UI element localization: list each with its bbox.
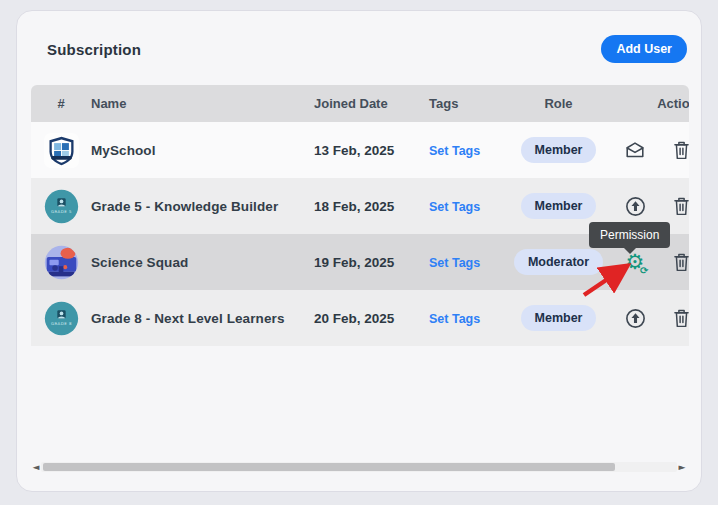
row-joined-date: 19 Feb, 2025	[303, 255, 422, 270]
set-tags-link[interactable]: Set Tags	[429, 144, 480, 158]
set-tags-link[interactable]: Set Tags	[429, 256, 480, 270]
table-row[interactable]: GRADE 8 Grade 8 - Next Level Learners 20…	[31, 290, 689, 346]
svg-text:GRADE 8: GRADE 8	[50, 321, 71, 326]
add-user-button[interactable]: Add User	[601, 35, 687, 63]
horizontal-scrollbar[interactable]: ◄ ►	[31, 460, 687, 473]
scrollbar-thumb[interactable]	[43, 463, 615, 471]
trash-icon[interactable]	[669, 250, 689, 274]
trash-icon[interactable]	[669, 194, 689, 218]
row-avatar	[43, 132, 80, 169]
row-joined-date: 20 Feb, 2025	[303, 311, 422, 326]
subscription-panel: Subscription Add User # Name Joined Date…	[16, 10, 702, 492]
row-name: MySchool	[91, 143, 303, 158]
role-badge: Member	[521, 137, 597, 163]
upload-circle-icon[interactable]	[623, 194, 647, 218]
row-avatar	[43, 244, 80, 281]
permission-tooltip: Permission	[589, 222, 670, 248]
scrollbar-track[interactable]	[41, 462, 677, 472]
upload-circle-icon[interactable]	[623, 306, 647, 330]
role-badge: Moderator	[514, 249, 603, 275]
subscription-table: # Name Joined Date Tags Role Actions MyS…	[31, 85, 689, 346]
set-tags-link[interactable]: Set Tags	[429, 200, 480, 214]
table-row[interactable]: MySchool 13 Feb, 2025 Set Tags Member	[31, 122, 689, 178]
role-badge: Member	[521, 305, 597, 331]
page-title: Subscription	[47, 41, 141, 58]
trash-icon[interactable]	[669, 306, 689, 330]
column-header-number: #	[31, 96, 91, 111]
row-name: Grade 8 - Next Level Learners	[91, 311, 303, 326]
row-avatar: GRADE 5	[43, 188, 80, 225]
set-tags-link[interactable]: Set Tags	[429, 312, 480, 326]
role-badge: Member	[521, 193, 597, 219]
column-header-name: Name	[91, 96, 303, 111]
envelope-icon[interactable]	[623, 138, 647, 162]
row-name: Grade 5 - Knowledge Builder	[91, 199, 303, 214]
column-header-role: Role	[506, 96, 611, 111]
column-header-actions: Actions	[611, 96, 689, 111]
scroll-right-arrow-icon[interactable]: ►	[677, 460, 687, 473]
row-name: Science Squad	[91, 255, 303, 270]
column-header-tags: Tags	[422, 96, 506, 111]
trash-icon[interactable]	[669, 138, 689, 162]
column-header-joined-date: Joined Date	[303, 96, 422, 111]
scroll-left-arrow-icon[interactable]: ◄	[31, 460, 41, 473]
svg-text:GRADE 5: GRADE 5	[50, 209, 71, 214]
row-joined-date: 13 Feb, 2025	[303, 143, 422, 158]
panel-header: Subscription Add User	[31, 35, 687, 63]
table-header-row: # Name Joined Date Tags Role Actions	[31, 85, 689, 122]
row-joined-date: 18 Feb, 2025	[303, 199, 422, 214]
row-avatar: GRADE 8	[43, 300, 80, 337]
